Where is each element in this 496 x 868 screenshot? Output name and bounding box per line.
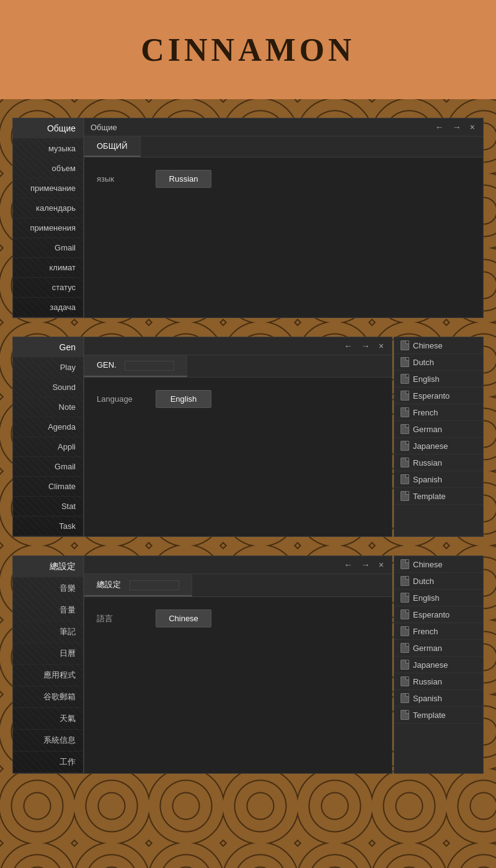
titlebar-controls-en: ← → × — [342, 341, 386, 351]
tab-general-ru[interactable]: ОБЩИЙ — [84, 136, 141, 157]
sidebar-item-climate-ru[interactable]: климат — [13, 258, 83, 278]
dropdown-item-french-zh[interactable]: French — [394, 623, 483, 640]
file-icon — [401, 407, 409, 417]
language-btn-ru[interactable]: Russian — [156, 170, 211, 188]
titlebar-english: ← → × — [84, 337, 392, 355]
dropdown-item-russian-en[interactable]: Russian — [394, 454, 483, 471]
sidebar-item-climate-en[interactable]: Climate — [13, 477, 83, 497]
close-btn-zh[interactable]: × — [377, 560, 386, 570]
sidebar-item-music-ru[interactable]: музыка — [13, 139, 83, 159]
file-icon — [401, 424, 409, 434]
sidebar-item-stat-en[interactable]: Stat — [13, 497, 83, 516]
sidebar-item-general-ru[interactable]: Общие — [13, 118, 83, 139]
panel-chinese: 總設定 音樂 音量 筆記 日曆 應用程式 谷歌郵箱 天氣 系統信息 工作 ← →… — [12, 556, 484, 774]
tab-input-zh[interactable] — [130, 580, 179, 590]
dropdown-item-template-en[interactable]: Template — [394, 488, 483, 505]
file-icon — [401, 710, 409, 720]
dropdown-item-japanese-zh[interactable]: Japanese — [394, 657, 483, 673]
panel-content-english: Language English — [84, 378, 392, 536]
file-icon — [401, 458, 409, 467]
sidebar-item-apps-zh[interactable]: 應用程式 — [13, 665, 83, 686]
dropdown-item-french-en[interactable]: French — [394, 404, 483, 421]
sidebar-item-status-ru[interactable]: статус — [13, 278, 83, 298]
dropdown-item-chinese-en[interactable]: Chinese — [394, 337, 483, 354]
sidebar-item-weather-zh[interactable]: 天氣 — [13, 708, 83, 730]
tab-gen-en[interactable]: GEN. — [84, 355, 187, 377]
titlebar-chinese: ← → × — [84, 556, 392, 574]
sidebar-item-music-zh[interactable]: 音樂 — [13, 578, 83, 600]
file-icon — [401, 357, 409, 367]
dropdown-item-template-zh[interactable]: Template — [394, 707, 483, 724]
close-btn-en[interactable]: × — [377, 341, 386, 351]
sidebar-item-task-zh[interactable]: 工作 — [13, 751, 83, 773]
tab-general-zh[interactable]: 總設定 — [84, 574, 192, 596]
sidebar-item-note-ru[interactable]: примечание — [13, 179, 83, 198]
file-icon — [401, 474, 409, 484]
nav-fwd-btn-zh[interactable]: → — [360, 560, 372, 570]
sidebar-item-gmail-en[interactable]: Gmail — [13, 457, 83, 477]
titlebar-title-ru: Общие — [91, 123, 117, 132]
sidebar-item-note-zh[interactable]: 筆記 — [13, 621, 83, 643]
file-icon — [401, 693, 409, 703]
nav-fwd-btn-ru[interactable]: → — [451, 122, 463, 132]
language-btn-en[interactable]: English — [156, 390, 211, 408]
sidebar-item-sysinfo-zh[interactable]: 系統信息 — [13, 730, 83, 751]
file-icon — [401, 626, 409, 636]
nav-back-btn-zh[interactable]: ← — [342, 560, 355, 570]
dropdown-item-german-zh[interactable]: German — [394, 640, 483, 657]
dropdown-item-chinese-zh[interactable]: Chinese — [394, 556, 483, 573]
panel-content-chinese: 語言 Chinese — [84, 597, 392, 773]
language-btn-zh[interactable]: Chinese — [156, 609, 211, 627]
sidebar-item-note-en[interactable]: Note — [13, 397, 83, 417]
panel-content-russian: язык Russian — [84, 157, 483, 317]
language-label-en: Language — [97, 394, 146, 404]
dropdown-item-dutch-en[interactable]: Dutch — [394, 354, 483, 371]
close-btn-ru[interactable]: × — [468, 122, 477, 132]
sidebar-item-volume-ru[interactable]: объем — [13, 159, 83, 179]
dropdown-item-english-zh[interactable]: English — [394, 590, 483, 606]
sidebar-item-sound-en[interactable]: Sound — [13, 378, 83, 397]
dropdown-item-spanish-zh[interactable]: Spanish — [394, 690, 483, 707]
file-icon — [401, 593, 409, 603]
sidebar-item-appli-en[interactable]: Appli — [13, 437, 83, 457]
dropdown-item-esperanto-zh[interactable]: Esperanto — [394, 606, 483, 623]
dropdown-item-japanese-en[interactable]: Japanese — [394, 438, 483, 454]
sidebar-english: Gen Play Sound Note Agenda Appli Gmail C… — [12, 337, 84, 537]
sidebar-item-task-ru[interactable]: задача — [13, 298, 83, 317]
sidebar-item-calendar-zh[interactable]: 日曆 — [13, 643, 83, 665]
sidebar-item-task-en[interactable]: Task — [13, 516, 83, 536]
file-icon — [401, 441, 409, 451]
dropdown-item-spanish-en[interactable]: Spanish — [394, 471, 483, 488]
nav-back-btn-en[interactable]: ← — [342, 341, 355, 351]
sidebar-item-gen-en[interactable]: Gen — [13, 337, 83, 358]
sidebar-item-play-en[interactable]: Play — [13, 358, 83, 378]
nav-back-btn-ru[interactable]: ← — [433, 122, 446, 132]
sidebar-item-volume-zh[interactable]: 音量 — [13, 600, 83, 621]
app-header: CINNAMON — [0, 0, 496, 99]
file-icon — [401, 491, 409, 501]
sidebar-item-gmail-zh[interactable]: 谷歌郵箱 — [13, 686, 83, 708]
titlebar-russian: Общие ← → × — [84, 118, 483, 136]
app-title: CINNAMON — [141, 32, 355, 68]
main-panel-chinese: ← → × 總設定 語言 Chinese — [84, 556, 392, 774]
language-setting-en: Language English — [97, 390, 379, 408]
dropdown-item-german-en[interactable]: German — [394, 421, 483, 438]
file-icon — [401, 374, 409, 384]
dropdown-item-russian-zh[interactable]: Russian — [394, 673, 483, 690]
tab-input-en[interactable] — [125, 361, 174, 371]
file-icon — [401, 576, 409, 586]
dropdown-item-dutch-zh[interactable]: Dutch — [394, 573, 483, 590]
tab-bar-russian: ОБЩИЙ — [84, 136, 483, 157]
file-icon — [401, 660, 409, 670]
sidebar-item-agenda-en[interactable]: Agenda — [13, 417, 83, 437]
sidebar-item-apps-ru[interactable]: применения — [13, 218, 83, 238]
sidebar-item-general-zh[interactable]: 總設定 — [13, 556, 83, 578]
dropdown-item-esperanto-en[interactable]: Esperanto — [394, 388, 483, 404]
nav-fwd-btn-en[interactable]: → — [360, 341, 372, 351]
file-icon — [401, 643, 409, 653]
dropdown-item-english-en[interactable]: English — [394, 371, 483, 388]
sidebar-item-gmail-ru[interactable]: Gmail — [13, 238, 83, 258]
sidebar-item-calendar-ru[interactable]: календарь — [13, 198, 83, 218]
sidebar-chinese: 總設定 音樂 音量 筆記 日曆 應用程式 谷歌郵箱 天氣 系統信息 工作 — [12, 556, 84, 774]
language-setting-zh: 語言 Chinese — [97, 609, 379, 627]
